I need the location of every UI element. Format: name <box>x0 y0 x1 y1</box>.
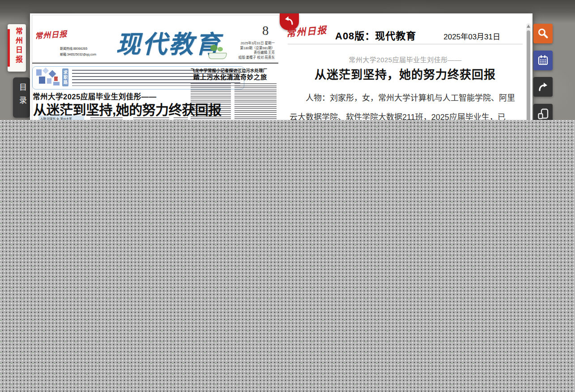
article-body: 人物：刘家彤，女，常州大学计算机与人工智能学院、阿里 云大数据学院、软件学院大数… <box>290 89 519 120</box>
article-reader-panel: 常州日报 A08版：现代教育 2025年03月31日 常州大学2025应届毕业生… <box>279 13 532 120</box>
mobile-view-button[interactable] <box>533 104 553 120</box>
article-title: 从迷茫到坚持，她的努力终获回报 <box>288 65 523 82</box>
scan-layout-line: 组版:姜樱子 校对:苑贵东 <box>226 55 275 60</box>
tab-paper-title[interactable]: 常州日报 <box>8 24 26 72</box>
reader-scrollbar[interactable] <box>526 23 531 120</box>
scan-editor-line: 责任编辑:王芳 <box>226 51 275 55</box>
scan-email: 邮箱:346525032@qq.com <box>60 51 96 57</box>
scan-page-number: 8 <box>262 23 269 38</box>
share-arrow-icon <box>537 81 549 92</box>
reader-date: 2025年03月31日 <box>443 30 500 42</box>
red-accent-bar <box>8 29 10 67</box>
newspaper-scan-page[interactable]: 常州日报 新闻热线:88066265 邮箱:346525032@qq.com 现… <box>32 15 280 120</box>
share-button[interactable] <box>533 77 553 97</box>
undo-arrow-icon <box>284 15 295 26</box>
scan-masthead-logo: 常州日报 <box>34 28 68 41</box>
scan-contact-block: 新闻热线:88066265 邮箱:346525032@qq.com <box>60 46 96 57</box>
search-button[interactable] <box>533 24 553 43</box>
column-label: 求职路上 <box>62 68 68 86</box>
tab-table-of-contents[interactable]: 目录 <box>13 77 30 118</box>
side-article-headline: 踏上污水化清流奇妙之旅 <box>193 72 267 81</box>
paper-title-label: 常州日报 <box>13 27 24 65</box>
scan-date-line: 2025年3月31日 星期一 <box>226 41 275 46</box>
article-kicker: 常州大学2025应届毕业生刘佳彤—— <box>288 55 523 64</box>
qr-code-small <box>47 49 60 63</box>
person-note-box: 人物:刘家彤,女,常州大学 <box>38 115 84 120</box>
book-and-trees-illustration <box>209 45 226 60</box>
search-icon <box>537 28 549 39</box>
side-article-column <box>234 83 277 120</box>
calendar-button[interactable] <box>533 51 553 70</box>
scan-hotline: 新闻热线:88066265 <box>60 46 96 51</box>
person-note-text: 人物:刘家彤,女,常州大学 <box>40 117 82 120</box>
article-body-line: 人物：刘家彤，女，常州大学计算机与人工智能学院、阿里 <box>290 89 519 108</box>
header-divider <box>288 44 523 44</box>
mobile-phone-icon <box>537 108 549 119</box>
reader-app-backdrop: 常州日报 目录 常州日报 新闻热线:88066265 邮箱:346525032@… <box>0 0 575 120</box>
masthead-rule <box>32 63 278 64</box>
reader-section-title: A08版：现代教育 <box>335 28 416 42</box>
dotted-background <box>0 120 575 392</box>
article-body-line: 云大数据学院、软件学院大数据211班，2025应届毕业生，已 <box>290 108 519 120</box>
calendar-icon <box>537 55 549 66</box>
scroll-up-icon[interactable] <box>527 25 530 28</box>
scrollbar-thumb[interactable] <box>527 30 530 120</box>
newspaper-lightbox: 常州日报 新闻热线:88066265 邮箱:346525032@qq.com 现… <box>30 13 532 120</box>
scan-issue-line: 第180期（总第981期） <box>226 46 275 51</box>
toc-label: 目录 <box>18 83 26 109</box>
scan-issue-info: 2025年3月31日 星期一 第180期（总第981期） 责任编辑:王芳 组版:… <box>226 41 275 60</box>
